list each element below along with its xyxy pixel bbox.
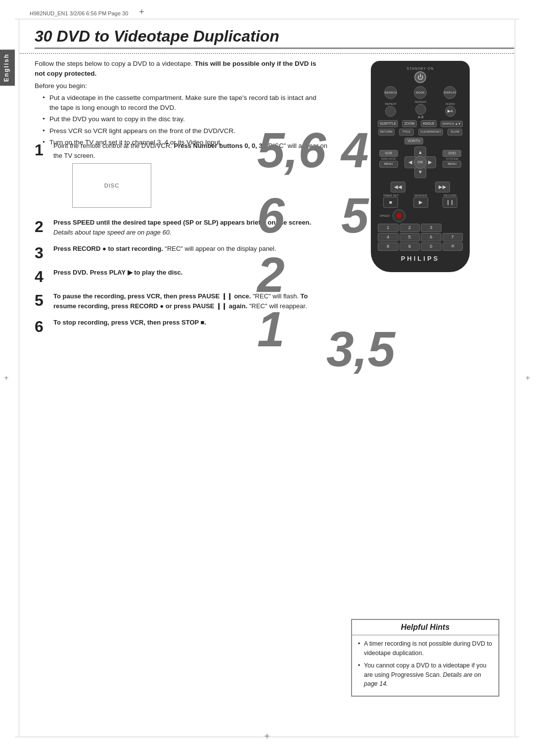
audio-button[interactable]: ▶A [445,106,456,117]
bullet-1: Put a videotape in the cassette compartm… [43,93,326,113]
overlay-5: 5 [341,190,369,240]
right-crosshair: + [526,374,530,382]
step-4: 4 Press DVD. Press PLAY ▶ to play the di… [35,268,331,284]
title-divider [20,53,514,54]
border-left [19,20,19,736]
header-text: H982NUD_EN1 3/2/06 6:56 PM Page 30 [30,10,128,16]
num-10-button[interactable]: ⑩ [443,242,463,251]
num-8-button[interactable]: 8 [378,242,399,251]
language-tab: English [0,49,15,86]
step-6-content: To stop recording, press VCR, then press… [53,318,331,328]
remote-row-search: SEARCH MODE DISPLAY [376,86,465,99]
overlay-1: 1 [257,304,285,354]
return-button[interactable]: RETURN [378,129,395,135]
record-label: RECORD [443,194,457,197]
disc-label: DISC [104,182,119,190]
ok-button[interactable]: OK [414,156,427,169]
zoom-button[interactable]: ZOOM [402,120,417,127]
speed-label: SPEED [380,214,390,217]
chapter-number: 30 [35,27,52,45]
step-3-content: Press RECORD ● to start recording. "REC"… [53,244,331,254]
main-content: 30 DVD to Videotape Duplication Follow t… [20,27,514,736]
hints-title: Helpful Hints [352,620,498,635]
step-3-number: 3 [35,245,53,261]
title-button[interactable]: TITLE [399,129,414,135]
hint-1: A timer recording is not possible during… [358,639,492,658]
remote-row-return: RETURN TITLE CLEAR/RESET SLOW [376,129,465,135]
vcr-col: VCR DISC/VCR MENU [379,150,398,168]
page-header: H982NUD_EN1 3/2/06 6:56 PM Page 30 [30,9,504,18]
chapter-title-text: DVD to Videotape Duplication [56,27,279,45]
num-spacer [443,224,463,232]
ffwd-button[interactable]: ▶▶ [435,182,450,192]
angle-button[interactable]: ANGLE [421,120,437,127]
step-2-number: 2 [35,219,53,235]
standby-label: STANDBY·ON [376,67,465,70]
hints-content: A timer recording is not possible during… [352,635,498,696]
chapter-title: 30 DVD to Videotape Duplication [35,27,514,49]
num-3-button[interactable]: 3 [421,224,442,232]
intro-line1: Follow the steps below to copy a DVD to … [35,59,326,79]
step-6-number: 6 [35,319,53,334]
num-5-button[interactable]: 5 [400,233,420,241]
repeat-col2: REPEAT A-B [415,100,427,119]
step-5-number: 5 [35,292,53,308]
rwff-row: ◀◀ ▶▶ [376,182,465,192]
dvd-button[interactable]: DVD [443,150,461,157]
slow-button[interactable]: SLOW [447,129,462,135]
step-4-number: 4 [35,269,53,284]
rewind-button[interactable]: ◀◀ [391,182,405,192]
hint-2: You cannot copy a DVD to a videotape if … [358,661,492,689]
remote-control: STANDBY·ON SEARCH MODE DISPLAY REPEAT RE… [371,61,470,272]
top-crosshair [138,9,147,18]
disc-vcr-button[interactable]: MENU [379,161,398,167]
num-9-button[interactable]: 9 [400,242,420,251]
pause-button[interactable]: ❙❙ [443,197,457,208]
clear-reset-button[interactable]: CLEAR/RESET [418,129,443,135]
display-button[interactable]: DISPLAY [444,86,456,99]
subtitle-button[interactable]: SUBTITLE [378,120,398,127]
pause-col: RECORD ❙❙ [443,194,457,208]
audio-col: AUDIO ▶A [445,102,456,117]
overlay-56: 5,6 [257,125,326,175]
system-label: SYSTEM [443,157,461,160]
step-4-content: Press DVD. Press PLAY ▶ to play the disc… [53,268,331,278]
system-menu-button[interactable]: MENU [443,161,461,167]
num-1-button[interactable]: 1 [378,224,399,232]
repeat2-button[interactable] [415,104,426,115]
disc-vcr-label: DISC/VCR [379,157,398,160]
num-4-button[interactable]: 4 [378,233,399,241]
num-0-button[interactable]: 0 [421,242,442,251]
step-1-number: 1 [35,142,53,158]
step-5: 5 To pause the recording, press VCR, the… [35,291,331,311]
num-6-button[interactable]: 6 [421,233,442,241]
num-2-button[interactable]: 2 [400,224,420,232]
step-5-content: To pause the recording, press VCR, then … [53,291,331,311]
mode-button[interactable]: MODE [414,86,427,99]
record-button[interactable] [393,209,405,222]
play-col: MARKER ▶ [413,194,428,208]
hints-box: Helpful Hints A timer recording is not p… [351,619,499,697]
stop-play-pause-row: TIMER SET ■ MARKER ▶ RECORD ❙❙ [376,194,465,208]
num-7-button[interactable]: 7 [443,233,463,241]
mode-buttons-row: VCR DISC/VCR MENU VCR/TV ▲ ▼ ◀ ▶ OK DVD [376,138,465,180]
standby-button[interactable] [414,71,426,83]
remote-row-repeat: REPEAT REPEAT A-B AUDIO ▶A [376,100,465,119]
philips-logo: PHILIPS [376,255,465,262]
step-6: 6 To stop recording, press VCR, then pre… [35,318,331,334]
skip-button[interactable]: SKIP/CH ▲▼ [441,121,463,127]
vcr-button[interactable]: VCR [379,150,398,157]
vcrtv-col: VCR/TV ▲ ▼ ◀ ▶ OK [404,138,436,180]
remote-row-subtitle: SUBTITLE ZOOM ANGLE SKIP/CH ▲▼ [376,120,465,127]
search-button[interactable]: SEARCH [384,86,397,99]
overlay-4: 4 [341,125,369,175]
record-dot [397,213,401,218]
overlay-6: 6 [257,190,285,240]
play-button[interactable]: ▶ [413,197,428,208]
repeat1-button[interactable] [385,106,396,117]
stop-button[interactable]: ■ [383,197,398,208]
stop-col: TIMER SET ■ [383,194,399,208]
border-right [515,20,515,736]
numpad: 1 2 3 4 5 6 7 8 9 0 ⑩ [378,224,463,251]
vcrtv-button[interactable]: VCR/TV [404,138,423,144]
